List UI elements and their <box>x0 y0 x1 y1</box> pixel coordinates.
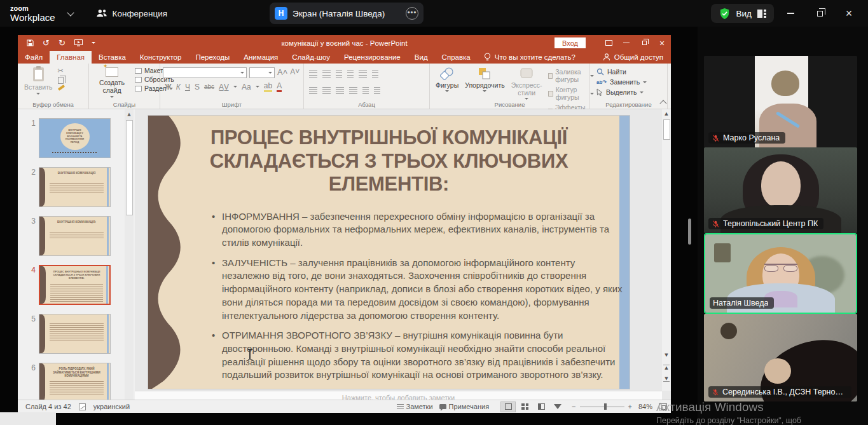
tab-review[interactable]: Рецензирование <box>337 51 408 64</box>
spell-check-icon[interactable] <box>79 403 86 410</box>
panel-drag-handle[interactable] <box>688 219 691 245</box>
scrollbar-thumb[interactable] <box>663 119 670 140</box>
find-button[interactable]: Найти <box>596 68 665 76</box>
line-spacing-icon[interactable] <box>359 71 367 78</box>
tab-meeting[interactable]: Конференция <box>96 8 168 18</box>
zoom-restore-button[interactable] <box>807 0 832 27</box>
bullets-icon[interactable] <box>309 71 317 78</box>
thumbnail-row[interactable]: 6 РОЛЬ ПІДРОЗДІЛУ, ЯКИЙ ЗАЙМАТИМЕТЬСЯ ВН… <box>24 363 135 400</box>
columns-icon[interactable] <box>362 87 369 94</box>
reading-view-button[interactable] <box>534 401 549 412</box>
tab-file[interactable]: Файл <box>18 51 50 64</box>
shape-fill-button[interactable]: Заливка фигуры <box>548 68 595 83</box>
increase-font-icon[interactable]: A˄ <box>277 67 287 78</box>
align-center-icon[interactable] <box>322 87 331 94</box>
scroll-down-icon[interactable]: ▼ <box>662 353 671 358</box>
quick-styles-button[interactable]: Экспресс-стили <box>508 66 546 101</box>
participant-video-seredynska[interactable]: Серединська І.В., ДСЗН Тернопіль... <box>704 314 857 401</box>
shapes-button[interactable]: Фигуры <box>432 66 462 93</box>
next-slide-icon[interactable]: ▼ <box>663 376 670 382</box>
format-painter-icon[interactable] <box>57 84 64 91</box>
scroll-up-icon[interactable]: ▲ <box>125 109 134 117</box>
pp-minimize-button[interactable] <box>617 35 635 51</box>
zoom-in-icon[interactable]: + <box>628 403 632 410</box>
tab-help[interactable]: Справка <box>435 51 478 64</box>
copy-icon[interactable] <box>58 77 64 84</box>
scroll-up-icon[interactable]: ▲ <box>662 111 671 116</box>
underline-button[interactable]: Ч <box>185 83 190 91</box>
change-case-button[interactable]: Aa <box>242 83 251 91</box>
qat-customize-dropdown-icon[interactable] <box>92 42 95 44</box>
slide-2-thumbnail[interactable]: ВНУТРІШНЯ КОМУНІКАЦІЯ <box>39 167 111 207</box>
text-shadow-button[interactable]: S <box>195 83 200 91</box>
tab-insert[interactable]: Вставка <box>92 51 133 64</box>
pp-close-button[interactable]: × <box>653 35 671 51</box>
ellipsis-icon[interactable]: ••• <box>406 7 418 20</box>
fit-slide-to-window-icon[interactable] <box>659 403 667 410</box>
language-indicator[interactable]: украинский <box>93 403 130 410</box>
select-button[interactable]: Выделить <box>596 88 665 96</box>
tab-shared-screen[interactable]: Н Экран (Наталія Шведа) ••• <box>270 3 424 24</box>
pp-restore-button[interactable] <box>635 35 653 51</box>
thumbnail-row[interactable]: 5 <box>24 314 135 354</box>
chevron-down-icon[interactable] <box>67 9 74 16</box>
decrease-font-icon[interactable]: A˅ <box>290 67 300 78</box>
participant-video-ternopil-center[interactable]: Тернопільський Центр ПК <box>704 147 857 233</box>
strikethrough-button[interactable]: abc <box>204 83 214 90</box>
previous-slide-icon[interactable]: ▲ <box>663 365 670 370</box>
font-color-button[interactable]: A <box>277 81 282 92</box>
notes-toggle-button[interactable]: Заметки <box>397 403 433 410</box>
numbering-icon[interactable] <box>322 71 331 78</box>
ribbon-display-options-button[interactable] <box>600 35 617 51</box>
slide-scrollbar[interactable]: ▲ ▼ ▲ ▼ <box>662 109 671 391</box>
slide-sorter-view-button[interactable] <box>517 401 532 412</box>
slide-4-thumbnail[interactable]: ПРОЦЕС ВНУТРІШНЬОЇ КОМУНІКАЦІЇ СКЛАДАЄТЬ… <box>39 265 111 305</box>
thumbnail-row[interactable]: 1 ВНУТРІШНІ КОМУНІКАЦІЇ У ВОЄННИЙ ТА ПІС… <box>24 118 135 158</box>
convert-smartart-icon[interactable] <box>374 87 380 94</box>
slide-1-thumbnail[interactable]: ВНУТРІШНІ КОМУНІКАЦІЇ У ВОЄННИЙ ТА ПІСЛЯ… <box>39 118 111 158</box>
italic-button[interactable]: К <box>176 83 181 91</box>
zoom-out-icon[interactable]: − <box>572 403 575 410</box>
normal-view-button[interactable] <box>500 401 516 412</box>
tab-home[interactable]: Главная <box>50 51 92 64</box>
slide-3-thumbnail[interactable]: ВНУТРІШНЯ КОМУНІКАЦІЯ: <box>39 216 111 256</box>
slide-6-thumbnail[interactable]: РОЛЬ ПІДРОЗДІЛУ, ЯКИЙ ЗАЙМАТИМЕТЬСЯ ВНУТ… <box>39 363 111 400</box>
tab-view[interactable]: Вид <box>408 51 435 64</box>
indent-increase-icon[interactable] <box>347 71 354 78</box>
thumbnail-row[interactable]: 3 ВНУТРІШНЯ КОМУНІКАЦІЯ: <box>24 216 135 256</box>
font-size-combo[interactable] <box>249 67 275 78</box>
sign-in-button[interactable]: Вход <box>555 37 586 48</box>
arrange-button[interactable]: Упорядочить <box>462 66 507 93</box>
undo-icon[interactable]: ↺ <box>43 38 50 48</box>
thumbnail-row-selected[interactable]: 4 ПРОЦЕС ВНУТРІШНЬОЇ КОМУНІКАЦІЇ СКЛАДАЄ… <box>24 265 135 305</box>
tell-me-search[interactable]: Что вы хотите сделать? <box>484 53 575 62</box>
redo-icon[interactable]: ↻ <box>59 38 65 48</box>
shape-outline-button[interactable]: Контур фигуры <box>548 86 595 101</box>
view-button[interactable]: Вид <box>711 4 774 23</box>
zoom-slider-track[interactable] <box>580 407 624 407</box>
tab-slideshow[interactable]: Слайд-шоу <box>285 51 337 64</box>
participant-video-marko-ruslana[interactable]: Марко Руслана <box>704 56 857 147</box>
replace-button[interactable]: ab↷ Заменить <box>596 78 665 86</box>
paste-button[interactable]: Вставить <box>20 66 57 96</box>
zoom-slider-thumb[interactable] <box>604 403 607 410</box>
zoom-percentage[interactable]: 84% <box>638 403 652 410</box>
justify-icon[interactable] <box>349 87 357 94</box>
align-left-icon[interactable] <box>309 87 317 94</box>
text-direction-icon[interactable] <box>372 71 378 78</box>
zoom-close-button[interactable]: × <box>836 0 862 27</box>
tab-animations[interactable]: Анимация <box>237 51 285 64</box>
zoom-slider[interactable]: − + <box>572 403 632 410</box>
slide-5-thumbnail[interactable] <box>39 314 111 354</box>
participant-video-natalia-shveda-active-speaker[interactable]: Наталія Шведа <box>704 233 857 314</box>
character-spacing-button[interactable]: A̲V̲ <box>219 83 229 91</box>
start-slideshow-icon[interactable] <box>74 39 83 46</box>
thumbnail-scrollbar[interactable]: ▲ <box>125 109 134 400</box>
new-slide-button[interactable]: Создать слайд <box>92 66 132 99</box>
zoom-minimize-button[interactable] <box>778 0 803 27</box>
thumbnail-row[interactable]: 2 ВНУТРІШНЯ КОМУНІКАЦІЯ <box>24 167 135 207</box>
slideshow-view-button[interactable] <box>550 401 565 412</box>
highlight-color-button[interactable]: ab <box>264 81 272 92</box>
tab-transitions[interactable]: Переходы <box>188 51 237 64</box>
share-button[interactable]: Общий доступ <box>603 53 663 61</box>
